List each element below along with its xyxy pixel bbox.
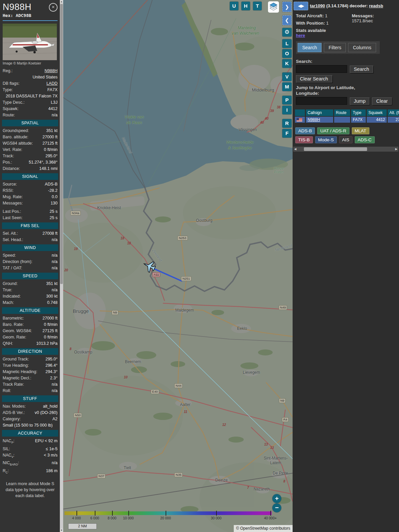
map-button-U[interactable]: U bbox=[230, 2, 238, 10]
clear-search-button[interactable]: Clear Search bbox=[296, 75, 332, 82]
search-input[interactable] bbox=[296, 65, 347, 73]
legend-tick-label: 6 000 bbox=[90, 516, 99, 520]
column-header-Type[interactable]: Type bbox=[351, 109, 366, 116]
source-button-ads-b[interactable]: ADS-B bbox=[295, 127, 315, 134]
column-header-Callsign[interactable]: Callsign bbox=[306, 109, 333, 116]
callsign-link[interactable]: N988H bbox=[308, 117, 320, 122]
section-header-accuracy: ACCURACY bbox=[2, 430, 58, 437]
app-title: tar1090 (3.14.1784) decoder: readsb bbox=[310, 3, 383, 8]
column-header-Squawk[interactable]: Squawk bbox=[367, 109, 387, 116]
data-row: United States bbox=[3, 74, 58, 80]
scroll-down-icon[interactable]: ▼ bbox=[60, 529, 63, 532]
data-label: Ground: bbox=[3, 281, 18, 287]
attribution-text[interactable]: © OpenStreetMap contributors bbox=[236, 526, 290, 531]
scroll-left-icon[interactable]: ◀ bbox=[293, 147, 297, 152]
settings-gear-button[interactable]: ⚙ bbox=[282, 28, 292, 37]
map-button-V[interactable]: V bbox=[282, 72, 292, 81]
data-row: Small (15 500 to 75 000 lb) bbox=[3, 422, 58, 429]
jump-input[interactable] bbox=[296, 97, 347, 105]
next-aircraft-button[interactable]: ❯ bbox=[282, 2, 292, 12]
data-value[interactable]: N988H bbox=[13, 68, 58, 74]
data-value: n/a bbox=[24, 381, 58, 388]
map-label: Middelburg bbox=[252, 87, 274, 92]
source-button-uat-ads-r[interactable]: UAT / ADS-R bbox=[317, 127, 349, 134]
aircraft-data-sections: SPATIALGroundspeed:351 ktBaro. altitude:… bbox=[3, 120, 58, 475]
data-value: n/a bbox=[15, 112, 58, 118]
map-button-K[interactable]: K bbox=[282, 59, 292, 68]
table-row[interactable]: N988HFA7X441227000 bbox=[295, 117, 399, 123]
data-label: Distance: bbox=[3, 166, 20, 172]
search-button[interactable]: Search bbox=[350, 66, 373, 73]
data-row: Category:A2 bbox=[3, 416, 58, 422]
map-button-L[interactable]: L bbox=[282, 39, 292, 48]
map-button-O[interactable]: O bbox=[282, 49, 292, 58]
source-button-ads-c[interactable]: ADS-C bbox=[355, 136, 375, 143]
legend-tick bbox=[128, 511, 129, 516]
tab-filters[interactable]: Filters bbox=[324, 43, 346, 52]
h-scrollbar-thumb[interactable] bbox=[304, 147, 367, 151]
road-number: 40 bbox=[260, 121, 264, 124]
map-label: Manteling bbox=[238, 26, 256, 30]
data-value: 296.4° bbox=[29, 362, 58, 369]
map[interactable]: Mantelingvan WalcherenMiddelburgVlissing… bbox=[63, 0, 293, 532]
map-label: Vlissingen bbox=[239, 127, 257, 132]
legend-tick-label: 20 000 bbox=[160, 516, 171, 520]
zoom-out-button[interactable]: − bbox=[272, 503, 281, 512]
data-value: L3J bbox=[25, 99, 58, 106]
source-button-ais[interactable]: AIS bbox=[339, 136, 352, 143]
map-button-M[interactable]: M bbox=[282, 82, 292, 91]
road-badge: A11 bbox=[152, 272, 160, 277]
map-button-R[interactable]: R bbox=[282, 119, 292, 128]
stats-here-link[interactable]: here bbox=[296, 33, 305, 38]
data-label: Geom. WGS84: bbox=[3, 328, 32, 334]
jump-button[interactable]: Jump bbox=[350, 97, 369, 105]
tab-search[interactable]: Search bbox=[298, 43, 322, 52]
map-button-T[interactable]: T bbox=[253, 2, 262, 10]
prev-aircraft-button[interactable]: ❮ bbox=[282, 15, 292, 25]
column-header-flag[interactable] bbox=[295, 109, 305, 116]
data-row: Nav. Modes:alt_hold bbox=[3, 403, 58, 410]
source-button-mode-s[interactable]: Mode-S bbox=[315, 136, 337, 143]
data-row: Baro. altitude:27000 ft bbox=[3, 134, 58, 140]
jump-clear-button[interactable]: Clear bbox=[372, 97, 392, 105]
map-label: Vlakte van bbox=[125, 115, 144, 119]
road-badge: N253 bbox=[178, 236, 188, 240]
scrollbar-thumb[interactable] bbox=[60, 4, 63, 284]
squawk-cell: 4412 bbox=[367, 117, 387, 123]
data-value[interactable]: LADD bbox=[20, 80, 58, 87]
panel-collapse-toggle-icon[interactable]: ◀▶ bbox=[294, 2, 308, 10]
data-row: Track Rate:n/a bbox=[3, 381, 58, 388]
data-label: TAT / OAT: bbox=[3, 265, 22, 271]
sidebar-scrollbar[interactable]: ▲ ▼ bbox=[60, 0, 63, 532]
road-number: 39 bbox=[270, 109, 274, 113]
photo-credit: Image © Martijn Koetsier bbox=[3, 61, 58, 65]
data-row: Last Seen:25 s bbox=[3, 215, 58, 221]
tar1090-link[interactable]: tar1090 bbox=[310, 3, 325, 8]
map-button-P[interactable]: P bbox=[282, 96, 292, 104]
data-row: NACP:EPU < 92 m bbox=[3, 438, 58, 446]
close-icon[interactable]: × bbox=[49, 3, 58, 12]
column-header-Route[interactable]: Route bbox=[334, 109, 350, 116]
info-panel: ◀▶ tar1090 (3.14.1784) decoder: readsb T… bbox=[293, 0, 399, 532]
zoom-in-button[interactable]: + bbox=[272, 494, 281, 503]
road-badge: N9 bbox=[112, 310, 118, 315]
scroll-up-icon[interactable]: ▲ bbox=[60, 0, 63, 3]
layers-button[interactable] bbox=[268, 1, 279, 13]
map-button-F[interactable]: F bbox=[282, 129, 292, 138]
scroll-right-icon[interactable]: ▶ bbox=[394, 147, 398, 152]
data-value: 4412 bbox=[19, 106, 58, 112]
data-row: Track:295.0° bbox=[3, 153, 58, 159]
legend-tick bbox=[166, 511, 166, 516]
map-button-H[interactable]: H bbox=[241, 2, 250, 10]
map-button-I[interactable]: I bbox=[282, 106, 292, 114]
data-row: Roll:n/a bbox=[3, 388, 58, 394]
source-button-mlat[interactable]: MLAT bbox=[352, 127, 369, 134]
data-value: v0 (DO-260) bbox=[25, 410, 58, 416]
source-button-tis-b[interactable]: TIS-B bbox=[295, 136, 313, 143]
data-value: 0 ft/min bbox=[26, 334, 58, 340]
column-header-Alt. (ft)[interactable]: Alt. (ft) bbox=[388, 109, 399, 116]
table-horizontal-scrollbar[interactable]: ◀ ▶ bbox=[293, 147, 398, 152]
callsign-cell[interactable]: N988H bbox=[306, 117, 333, 123]
tab-columns[interactable]: Columns bbox=[348, 43, 376, 52]
readsb-link[interactable]: readsb bbox=[369, 3, 383, 8]
